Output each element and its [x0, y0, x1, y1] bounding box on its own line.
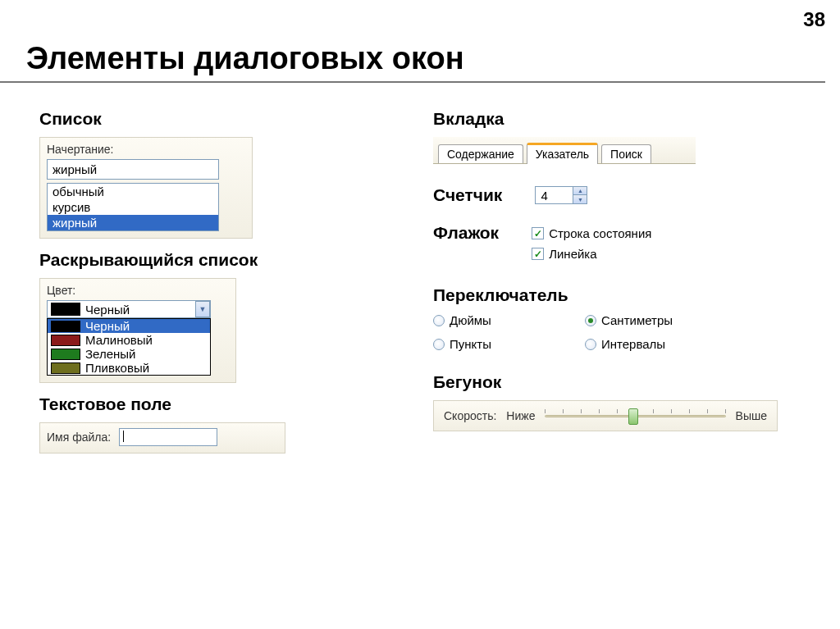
dropdown-panel: Цвет: Черный ▼ Черный Малиновый Зеленый: [39, 278, 236, 383]
radio-label: Сантиметры: [601, 313, 673, 327]
list-item[interactable]: курсив: [48, 199, 218, 215]
list-label: Начертание:: [47, 143, 245, 156]
page-number: 38: [803, 8, 825, 31]
filename-input[interactable]: [119, 428, 217, 446]
dropdown-list[interactable]: Черный Малиновый Зеленый Пливковый: [47, 318, 211, 376]
dropdown-item[interactable]: Зеленый: [48, 347, 210, 361]
radio-icon[interactable]: [433, 315, 445, 326]
radio-points[interactable]: Пункты: [433, 337, 552, 351]
dropdown-item-label: Пливковый: [85, 361, 149, 375]
dropdown-label: Цвет:: [47, 284, 229, 297]
radio-label: Дюймы: [450, 313, 491, 327]
slider-low-label: Ниже: [506, 409, 535, 422]
spinner-heading: Счетчик: [433, 185, 502, 205]
slider-thumb[interactable]: [628, 408, 638, 425]
combo-text: Черный: [85, 303, 195, 317]
page-title: Элементы диалоговых окон: [26, 41, 840, 76]
check-icon[interactable]: ✓: [532, 248, 544, 260]
dropdown-item[interactable]: Пливковый: [48, 361, 210, 375]
textfield-panel: Имя файла:: [39, 422, 285, 454]
radio-label: Интервалы: [601, 337, 665, 351]
check-icon[interactable]: ✓: [532, 227, 544, 239]
combobox[interactable]: Черный ▼: [47, 300, 211, 318]
dropdown-heading: Раскрывающийся список: [39, 250, 384, 270]
slider-panel: Скорость: Ниже Выше: [433, 400, 778, 431]
dropdown-item[interactable]: Черный: [48, 319, 210, 333]
slider-track[interactable]: [545, 408, 725, 424]
checkbox-item[interactable]: ✓ Строка состояния: [532, 226, 651, 240]
checkbox-heading: Флажок: [433, 223, 499, 243]
chevron-up-icon[interactable]: ▲: [573, 187, 587, 195]
chevron-down-icon[interactable]: ▼: [573, 195, 587, 203]
radio-heading: Переключатель: [433, 285, 778, 305]
tabstrip: Содержание Указатель Поиск: [433, 137, 696, 164]
radio-centimeters[interactable]: Сантиметры: [585, 313, 704, 327]
swatch-icon: [51, 349, 80, 360]
checkbox-item[interactable]: ✓ Линейка: [532, 247, 651, 261]
dropdown-item-label: Малиновый: [85, 333, 153, 347]
swatch-icon: [51, 362, 80, 374]
spinner[interactable]: 4 ▲ ▼: [535, 186, 587, 204]
radio-icon[interactable]: [433, 339, 445, 350]
spinner-buttons: ▲ ▼: [573, 187, 587, 203]
radio-label: Пункты: [450, 337, 491, 351]
slider-heading: Бегунок: [433, 372, 778, 392]
title-rule: [0, 81, 825, 83]
tab-search[interactable]: Поиск: [601, 144, 651, 163]
text-cursor-icon: [123, 431, 124, 442]
dropdown-item-label: Черный: [85, 319, 130, 333]
list-input[interactable]: жирный: [47, 159, 219, 180]
tab-content[interactable]: Содержание: [438, 144, 523, 163]
chevron-down-icon[interactable]: ▼: [195, 301, 210, 317]
checkbox-label: Линейка: [549, 247, 596, 261]
list-panel: Начертание: жирный обычный курсив жирный: [39, 137, 253, 239]
dropdown-item-label: Зеленый: [85, 347, 135, 361]
textfield-heading: Текстовое поле: [39, 394, 384, 414]
swatch-icon: [51, 321, 80, 332]
spinner-value[interactable]: 4: [536, 187, 573, 203]
radio-group: Дюймы Сантиметры Пункты Интервалы: [433, 313, 704, 351]
combo-swatch: [51, 303, 80, 316]
slider-label: Скорость:: [444, 409, 496, 422]
slider-high-label: Выше: [736, 409, 767, 422]
list-heading: Список: [39, 109, 384, 129]
list-item[interactable]: жирный: [48, 215, 218, 230]
listbox[interactable]: обычный курсив жирный: [47, 183, 219, 231]
radio-intervals[interactable]: Интервалы: [585, 337, 704, 351]
radio-icon[interactable]: [585, 339, 596, 350]
textfield-label: Имя файла:: [47, 431, 111, 444]
swatch-icon: [51, 335, 80, 346]
tab-index[interactable]: Указатель: [527, 143, 598, 164]
checkbox-label: Строка состояния: [549, 226, 651, 240]
tabs-heading: Вкладка: [433, 109, 778, 129]
radio-inches[interactable]: Дюймы: [433, 313, 552, 327]
dropdown-item[interactable]: Малиновый: [48, 333, 210, 347]
radio-icon[interactable]: [585, 315, 596, 326]
list-item[interactable]: обычный: [48, 184, 218, 199]
